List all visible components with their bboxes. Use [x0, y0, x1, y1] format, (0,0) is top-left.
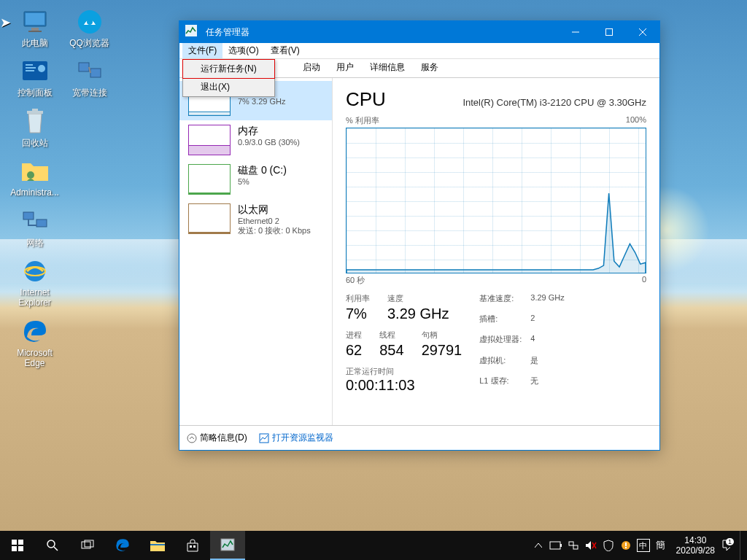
cpu-name: Intel(R) Core(TM) i3-2120 CPU @ 3.30GHz	[462, 97, 646, 108]
svg-point-5	[87, 19, 93, 25]
svg-point-15	[27, 171, 34, 179]
cpu-title: CPU	[346, 88, 386, 111]
maximize-button[interactable]	[592, 21, 626, 43]
menu-file[interactable]: 文件(F)	[182, 43, 222, 58]
svg-rect-1	[26, 13, 44, 25]
ie-icon[interactable]: Internet Explorer	[7, 257, 62, 308]
svg-rect-3	[28, 31, 42, 32]
svg-rect-39	[550, 542, 560, 549]
action-center-icon[interactable]: 1	[722, 531, 738, 560]
tray-updates-icon[interactable]	[618, 531, 634, 560]
memory-thumb-icon	[188, 125, 231, 155]
qq-browser-icon[interactable]: QQ浏览器	[62, 7, 117, 48]
svg-rect-2	[31, 28, 39, 31]
edge-icon[interactable]: Microsoft Edge	[7, 317, 62, 369]
svg-rect-16	[23, 212, 34, 219]
taskbar: 中 簡 14:30 2020/9/28 1	[0, 531, 747, 560]
titlebar[interactable]: 任务管理器	[179, 21, 659, 43]
cpu-chart	[346, 128, 646, 273]
svg-rect-35	[150, 544, 165, 545]
tab-details[interactable]: 详细信息	[362, 58, 413, 77]
task-manager-taskbar-button[interactable]	[210, 531, 245, 560]
menu-view[interactable]: 查看(V)	[265, 43, 306, 58]
svg-rect-41	[569, 542, 573, 545]
task-manager-window: 任务管理器 文件(F) 选项(O) 查看(V) 运行新任务(N) 退出(X) 启…	[179, 20, 660, 451]
app-icon	[185, 25, 200, 39]
svg-rect-17	[36, 219, 47, 227]
start-button[interactable]	[0, 531, 35, 560]
svg-rect-33	[82, 542, 90, 548]
svg-rect-14	[32, 109, 38, 111]
svg-point-31	[47, 540, 55, 548]
resource-monitor-icon	[259, 433, 269, 443]
network-icon[interactable]: 网络	[7, 207, 62, 248]
ime-mode-indicator[interactable]: 簡	[653, 531, 669, 560]
fewer-details-button[interactable]: 简略信息(D)	[187, 432, 247, 444]
recycle-bin-icon[interactable]: 回收站	[7, 107, 62, 148]
svg-rect-47	[625, 547, 627, 548]
resource-ethernet[interactable]: 以太网 Ethernet0 2 发送: 0 接收: 0 Kbps	[179, 199, 332, 241]
svg-rect-28	[18, 540, 23, 545]
menu-run-new-task[interactable]: 运行新任务(N)	[182, 59, 275, 79]
broadband-icon[interactable]: 宽带连接	[62, 57, 117, 98]
svg-point-25	[187, 434, 196, 443]
edge-taskbar-button[interactable]	[105, 531, 140, 560]
svg-rect-12	[90, 69, 101, 77]
this-pc-icon[interactable]: 此电脑	[7, 7, 62, 48]
tray-network-icon[interactable]	[565, 531, 581, 560]
tray-battery-icon[interactable]	[548, 531, 564, 560]
disk-thumb-icon	[188, 164, 231, 195]
svg-rect-36	[190, 545, 192, 548]
svg-rect-13	[27, 111, 43, 114]
taskview-button[interactable]	[70, 531, 105, 560]
svg-rect-30	[18, 546, 23, 551]
cpu-chart-line	[347, 128, 646, 273]
svg-line-32	[54, 547, 58, 551]
svg-rect-29	[12, 546, 17, 551]
chevron-up-circle-icon	[187, 433, 197, 443]
explorer-taskbar-button[interactable]	[140, 531, 175, 560]
tray-chevron-up-icon[interactable]	[530, 531, 546, 560]
svg-rect-11	[79, 63, 89, 71]
control-panel-icon[interactable]: 控制面板	[7, 57, 62, 98]
administrator-folder-icon[interactable]: Administra...	[7, 157, 62, 198]
menubar: 文件(F) 选项(O) 查看(V) 运行新任务(N) 退出(X)	[179, 43, 659, 59]
minimize-button[interactable]	[559, 21, 592, 43]
svg-rect-22	[606, 29, 613, 36]
tray-security-icon[interactable]	[600, 531, 616, 560]
svg-rect-27	[12, 540, 17, 545]
tab-startup[interactable]: 启动	[295, 58, 328, 77]
search-button[interactable]	[35, 531, 70, 560]
svg-rect-42	[573, 545, 578, 549]
close-button[interactable]	[626, 21, 659, 43]
desktop-icons: 此电脑 QQ浏览器 控制面板 宽带连接 回收站 Administra... 网络	[7, 7, 117, 369]
cpu-panel: CPU Intel(R) Core(TM) i3-2120 CPU @ 3.30…	[333, 78, 659, 425]
menu-options[interactable]: 选项(O)	[222, 43, 264, 58]
ethernet-thumb-icon	[188, 203, 231, 234]
svg-point-10	[38, 65, 45, 72]
resource-list: CPU 7% 3.29 GHz 内存 0.9/3.0 GB (30%) 磁盘 0…	[179, 78, 333, 425]
window-title: 任务管理器	[206, 26, 559, 39]
show-desktop-button[interactable]	[740, 531, 744, 560]
svg-rect-9	[26, 70, 34, 71]
window-footer: 简略信息(D) 打开资源监视器	[179, 425, 659, 450]
svg-rect-34	[85, 540, 93, 547]
tab-users[interactable]: 用户	[328, 58, 362, 77]
svg-rect-37	[193, 545, 196, 548]
tray-volume-muted-icon[interactable]	[583, 531, 599, 560]
menu-exit[interactable]: 退出(X)	[183, 78, 274, 96]
file-dropdown: 运行新任务(N) 退出(X)	[182, 59, 275, 97]
ime-indicator[interactable]: 中	[637, 539, 650, 552]
resource-memory[interactable]: 内存 0.9/3.0 GB (30%)	[179, 120, 332, 160]
resource-disk[interactable]: 磁盘 0 (C:) 5%	[179, 160, 332, 199]
svg-rect-8	[26, 67, 36, 69]
open-resource-monitor-link[interactable]: 打开资源监视器	[259, 432, 333, 444]
store-taskbar-button[interactable]	[175, 531, 210, 560]
svg-rect-7	[26, 64, 33, 66]
taskbar-clock[interactable]: 14:30 2020/9/28	[670, 535, 721, 556]
svg-rect-40	[560, 544, 562, 547]
tab-services[interactable]: 服务	[413, 58, 446, 77]
svg-rect-46	[625, 542, 627, 546]
